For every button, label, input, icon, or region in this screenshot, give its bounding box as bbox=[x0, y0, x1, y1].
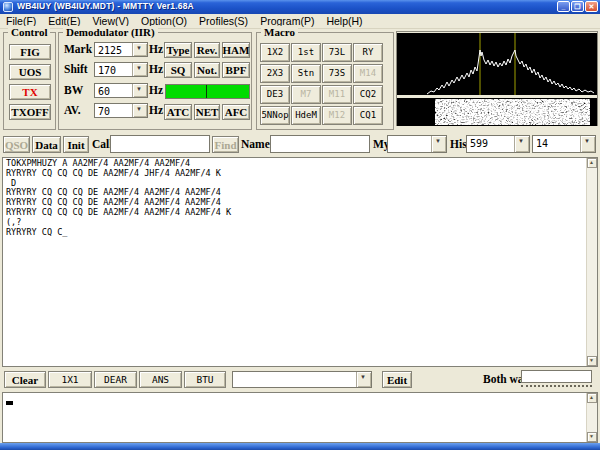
chevron-down-icon[interactable] bbox=[132, 43, 147, 56]
fft-spectrum-display[interactable] bbox=[397, 33, 597, 95]
close-icon[interactable]: ✕ bbox=[585, 1, 598, 12]
call-input[interactable] bbox=[110, 135, 210, 153]
report-combo[interactable]: 14 bbox=[532, 135, 596, 153]
btu-button[interactable]: BTU bbox=[184, 371, 226, 388]
app-icon bbox=[3, 2, 13, 12]
scroll-down-icon[interactable] bbox=[587, 356, 597, 366]
shift-combo[interactable]: 170 bbox=[94, 62, 148, 77]
name-input[interactable] bbox=[270, 135, 370, 153]
macro-button-m12: M12 bbox=[322, 106, 352, 125]
his-combo[interactable]: 599 bbox=[466, 135, 530, 153]
macro-button-73s[interactable]: 73S bbox=[322, 64, 352, 83]
bw-combo[interactable]: 60 bbox=[94, 83, 148, 98]
tx-macro-bar: Clear 1X1 DEAR ANS BTU Edit Both wait bbox=[0, 367, 600, 392]
clear-button[interactable]: Clear bbox=[4, 371, 46, 388]
macro-button-2x3[interactable]: 2X3 bbox=[260, 64, 290, 83]
atc-button[interactable]: ATC bbox=[164, 104, 192, 120]
data-button[interactable]: Data bbox=[32, 136, 61, 153]
macro-button-m14: M14 bbox=[353, 64, 383, 83]
macro-button-73l[interactable]: 73L bbox=[322, 43, 352, 62]
macro-group: Macro 1X2 1st 73L RY 2X3 Stn 73S M14 DE3… bbox=[256, 32, 394, 130]
window-bottom-edge bbox=[0, 443, 600, 450]
bpf-button[interactable]: BPF bbox=[222, 62, 250, 78]
macro-button-m7: M7 bbox=[291, 85, 321, 104]
minimize-icon[interactable]: _ bbox=[557, 1, 570, 12]
net-button[interactable]: NET bbox=[194, 104, 220, 120]
chevron-down-icon[interactable] bbox=[356, 372, 371, 387]
squelch-threshold-marker bbox=[206, 85, 207, 98]
1x1-button[interactable]: 1X1 bbox=[48, 371, 92, 388]
bw-unit: Hz bbox=[149, 84, 163, 96]
mark-unit: Hz bbox=[149, 43, 163, 55]
macro-select-combo[interactable] bbox=[232, 371, 372, 388]
scroll-down-icon[interactable] bbox=[587, 432, 597, 442]
ans-button[interactable]: ANS bbox=[139, 371, 182, 388]
spectrum-panel bbox=[396, 31, 598, 126]
my-combo[interactable] bbox=[387, 135, 447, 153]
dear-button[interactable]: DEAR bbox=[94, 371, 137, 388]
squelch-level-bar[interactable] bbox=[165, 84, 250, 99]
menu-help[interactable]: Help(H) bbox=[320, 15, 368, 27]
macro-button-1st[interactable]: 1st bbox=[291, 43, 321, 62]
sq-button[interactable]: SQ bbox=[164, 62, 192, 78]
receive-text: TOKXPMHUZY A AA2MF/4 AA2MF/4 AA2MF/4 RYR… bbox=[6, 159, 231, 237]
demodulator-group-title: Demodulator (IIR) bbox=[63, 26, 158, 38]
window-title: WB4IUY (WB4IUY.MDT) - MMTTY Ver1.68A bbox=[17, 1, 194, 11]
mark-label: Mark bbox=[64, 43, 92, 55]
find-button: Find bbox=[212, 136, 239, 153]
mark-value: 2125 bbox=[98, 44, 122, 57]
macro-group-title: Macro bbox=[261, 26, 298, 38]
waterfall-display[interactable] bbox=[397, 98, 597, 126]
titlebar[interactable]: WB4IUY (WB4IUY.MDT) - MMTTY Ver1.68A _ ❐… bbox=[0, 0, 600, 14]
chevron-down-icon[interactable] bbox=[431, 136, 446, 152]
rx-scrollbar[interactable] bbox=[586, 158, 597, 366]
chevron-down-icon[interactable] bbox=[132, 84, 147, 97]
macro-button-ry[interactable]: RY bbox=[353, 43, 383, 62]
tx-button[interactable]: TX bbox=[9, 84, 51, 100]
edit-button[interactable]: Edit bbox=[382, 371, 412, 388]
tx-scrollbar[interactable] bbox=[586, 393, 597, 442]
macro-button-de3[interactable]: DE3 bbox=[260, 85, 290, 104]
chevron-down-icon[interactable] bbox=[580, 136, 595, 152]
macro-grid: 1X2 1st 73L RY 2X3 Stn 73S M14 DE3 M7 M1… bbox=[260, 43, 383, 125]
av-combo[interactable]: 70 bbox=[94, 103, 148, 118]
demodulator-group: Demodulator (IIR) Mark 2125 Hz Shift 170… bbox=[58, 32, 252, 130]
shift-value: 170 bbox=[98, 64, 116, 77]
mmtty-window: WB4IUY (WB4IUY.MDT) - MMTTY Ver1.68A _ ❐… bbox=[0, 0, 600, 450]
menu-profiles[interactable]: Profiles(S) bbox=[193, 15, 254, 27]
not-button[interactable]: Not. bbox=[194, 62, 220, 78]
macro-button-5nnop[interactable]: 5NNop bbox=[260, 106, 290, 125]
rev-button[interactable]: Rev. bbox=[194, 42, 220, 58]
uos-button[interactable]: UOS bbox=[9, 64, 51, 80]
txoff-button[interactable]: TXOFF bbox=[9, 104, 51, 120]
mark-combo[interactable]: 2125 bbox=[94, 42, 148, 57]
chevron-down-icon[interactable] bbox=[514, 136, 529, 152]
macro-button-stn[interactable]: Stn bbox=[291, 64, 321, 83]
macro-button-cq1[interactable]: CQ1 bbox=[353, 106, 383, 125]
scroll-up-icon[interactable] bbox=[587, 393, 597, 403]
macro-button-1x2[interactable]: 1X2 bbox=[260, 43, 290, 62]
init-button[interactable]: Init bbox=[63, 136, 89, 153]
fig-button[interactable]: FIG bbox=[9, 44, 51, 60]
control-group: Control FIG UOS TX TXOFF bbox=[3, 32, 56, 130]
chevron-down-icon[interactable] bbox=[132, 104, 147, 117]
transmit-text-area[interactable] bbox=[2, 392, 598, 443]
his-value: 599 bbox=[470, 137, 488, 150]
name-label: Name bbox=[241, 138, 270, 150]
report-value: 14 bbox=[536, 137, 548, 150]
afc-button[interactable]: AFC bbox=[222, 104, 250, 120]
scroll-up-icon[interactable] bbox=[587, 158, 597, 168]
his-label: His bbox=[450, 138, 467, 150]
ham-button[interactable]: HAM bbox=[222, 42, 250, 58]
text-cursor bbox=[6, 401, 13, 405]
shift-label: Shift bbox=[64, 63, 88, 75]
macro-button-hdem[interactable]: HdeM bbox=[291, 106, 321, 125]
bw-value: 60 bbox=[98, 85, 110, 98]
receive-text-area[interactable]: TOKXPMHUZY A AA2MF/4 AA2MF/4 AA2MF/4 RYR… bbox=[2, 157, 598, 367]
bw-label: BW bbox=[64, 84, 83, 96]
chevron-down-icon[interactable] bbox=[132, 63, 147, 76]
restore-icon[interactable]: ❐ bbox=[571, 1, 584, 12]
macro-button-cq2[interactable]: CQ2 bbox=[353, 85, 383, 104]
type-button[interactable]: Type bbox=[164, 42, 192, 58]
av-unit: Hz bbox=[149, 104, 163, 116]
